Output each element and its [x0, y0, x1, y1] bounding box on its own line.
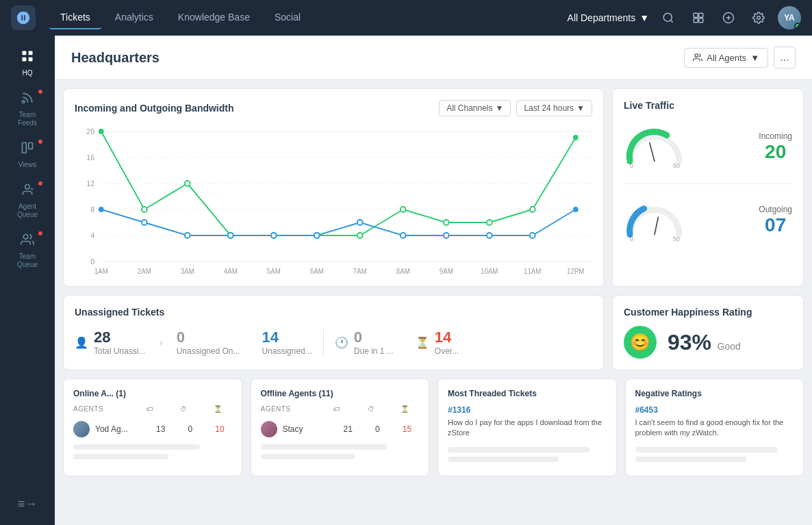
svg-point-43 — [99, 129, 104, 134]
sidebar-item-team-queue[interactable]: Team Queue — [5, 227, 49, 274]
online-agent-c2: 0 — [178, 424, 202, 434]
sidebar-team-feeds-label: Team Feeds — [18, 111, 37, 127]
online-num: 0 — [177, 329, 240, 346]
negative-ratings-card: Negative Ratings #6453 I can't seem to f… — [625, 379, 804, 476]
nav-analytics[interactable]: Analytics — [104, 6, 164, 29]
most-threaded-card: Most Threaded Tickets #1316 How do I pay… — [437, 379, 617, 476]
svg-text:5AM: 5AM — [267, 268, 281, 275]
team-feeds-badge — [37, 88, 44, 95]
views-badge — [37, 138, 44, 145]
outgoing-info: Outgoing 07 — [759, 205, 792, 236]
svg-text:4AM: 4AM — [224, 268, 238, 275]
svg-point-66 — [573, 207, 579, 212]
notifications-icon[interactable] — [687, 7, 709, 29]
due-num: 0 — [354, 329, 394, 346]
svg-point-18 — [695, 54, 698, 57]
channels-filter[interactable]: All Channels ▼ — [439, 100, 511, 116]
svg-text:8AM: 8AM — [396, 268, 410, 275]
unassigned-num: 14 — [262, 329, 312, 346]
online-label: Unassigned On... — [177, 346, 240, 356]
offline-agent-name: Stacy — [283, 424, 331, 434]
content-header: Headquarters All Agents ▼ ... — [55, 36, 812, 80]
svg-text:12PM: 12PM — [567, 268, 584, 275]
sidebar-hq-label: HQ — [23, 69, 33, 77]
total-unassigned: 👤 28 Total Unassi... — [75, 326, 156, 359]
svg-text:10AM: 10AM — [481, 268, 498, 275]
offline-skeleton-1 — [261, 444, 388, 450]
due-stat: 🕐 0 Due in 1 ... — [324, 326, 405, 359]
nav-knowledge-base[interactable]: Knowledge Base — [167, 6, 261, 29]
online-stat-group: 0 Unassigned On... — [177, 329, 240, 356]
games-icon[interactable] — [718, 7, 739, 29]
more-options-button[interactable]: ... — [774, 47, 796, 68]
svg-point-49 — [357, 233, 363, 238]
col3-label: ⏳ — [203, 405, 232, 413]
offline-agents-title: Offline Agents (11) — [261, 389, 420, 398]
svg-text:50: 50 — [673, 235, 680, 242]
due-label: Due in 1 ... — [354, 346, 394, 356]
svg-point-61 — [357, 220, 363, 225]
svg-text:0: 0 — [630, 235, 633, 242]
offline-agents-col-label: AGENTS — [261, 405, 318, 413]
most-threaded-title: Most Threaded Tickets — [448, 389, 607, 398]
svg-line-70 — [655, 217, 658, 234]
nav-social[interactable]: Social — [264, 6, 312, 29]
total-stat-group: 28 Total Unassi... — [94, 329, 145, 356]
svg-point-59 — [271, 233, 277, 238]
nav-right: All Departments ▼ YA — [568, 6, 801, 29]
incoming-value: 20 — [759, 141, 792, 163]
sidebar-item-agent-queue[interactable]: Agent Queue — [5, 177, 49, 225]
hourglass-icon: ⏳ — [416, 336, 429, 349]
dept-selector[interactable]: All Departments ▼ — [568, 12, 649, 23]
svg-rect-2 — [694, 13, 698, 17]
svg-text:16: 16 — [86, 153, 94, 162]
nr-skeleton-2 — [635, 457, 746, 462]
offline-col1-label: 🏷 — [323, 405, 352, 413]
svg-rect-4 — [694, 18, 698, 23]
overdue-label: Over... — [435, 346, 459, 356]
skeleton-1 — [73, 444, 200, 450]
svg-text:20: 20 — [86, 127, 94, 136]
svg-text:9AM: 9AM — [440, 268, 453, 275]
nr-skeleton-1 — [635, 447, 778, 452]
settings-icon[interactable] — [748, 7, 770, 29]
bandwidth-chart: 20 16 12 8 4 0 1AM 2AM 3AM 4AM 5AM 6AM 7… — [75, 125, 592, 275]
happiness-content: 😊 93% Good — [624, 326, 792, 359]
svg-text:0: 0 — [90, 257, 94, 266]
team-feeds-icon — [21, 91, 34, 108]
svg-text:8: 8 — [90, 205, 94, 214]
incoming-gauge: 0 50 — [624, 122, 685, 172]
col1-label: 🏷 — [136, 405, 164, 413]
agent-queue-badge — [37, 180, 44, 187]
outgoing-gauge: 0 50 — [624, 195, 685, 246]
app-logo — [11, 5, 36, 30]
avatar[interactable]: YA — [778, 6, 801, 29]
agents-dropdown-icon: ▼ — [750, 53, 759, 63]
svg-point-54 — [573, 135, 579, 140]
happiness-pct: 93% — [668, 330, 711, 355]
svg-text:6AM: 6AM — [310, 268, 324, 275]
svg-rect-10 — [23, 57, 27, 62]
svg-point-12 — [23, 101, 25, 103]
happiness-label: Good — [718, 341, 741, 352]
sidebar-agent-queue-label: Agent Queue — [17, 203, 38, 219]
nav-tickets[interactable]: Tickets — [49, 6, 101, 29]
svg-point-52 — [487, 220, 492, 225]
time-filter[interactable]: Last 24 hours ▼ — [516, 100, 592, 116]
clock-icon: 🕐 — [335, 336, 348, 349]
all-agents-button[interactable]: All Agents ▼ — [684, 48, 768, 68]
svg-point-53 — [530, 207, 535, 212]
svg-point-51 — [444, 220, 449, 225]
online-indicator — [794, 23, 801, 29]
svg-point-45 — [185, 181, 190, 186]
happiness-score: 93% Good — [668, 330, 741, 355]
sidebar-item-team-feeds[interactable]: Team Feeds — [5, 86, 49, 133]
sidebar-item-expand[interactable]: ≡→ — [5, 491, 49, 517]
hq-icon — [21, 49, 34, 66]
sidebar-item-hq[interactable]: HQ — [5, 44, 49, 83]
main-content: Headquarters All Agents ▼ ... Incoming a… — [55, 36, 812, 525]
search-icon[interactable] — [657, 7, 679, 29]
smiley-icon: 😊 — [624, 326, 657, 359]
sidebar-item-views[interactable]: Views — [5, 136, 49, 175]
negative-ratings-title: Negative Ratings — [635, 389, 794, 398]
